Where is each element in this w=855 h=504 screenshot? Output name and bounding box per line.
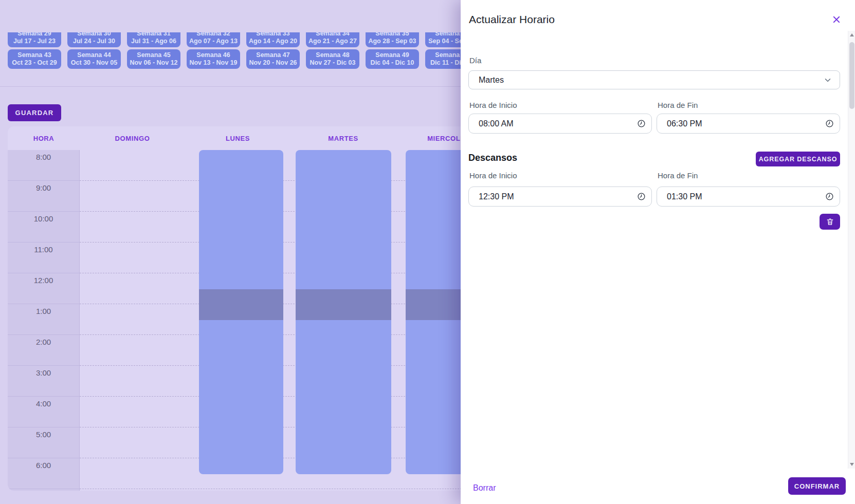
time-label: 3:00 (8, 366, 79, 397)
event-block-martes[interactable] (296, 150, 391, 474)
week-button[interactable]: Semana 32 Ago 07 - Ago 13 (187, 32, 240, 47)
clock-icon[interactable] (637, 192, 646, 201)
column-header-domingo: DOMINGO (80, 135, 185, 142)
week-button-dates: Oct 30 - Nov 05 (71, 59, 117, 67)
hora-fin-value: 06:30 PM (667, 119, 825, 128)
hora-fin-label: Hora de Fin (658, 101, 698, 109)
break-block-martes[interactable] (296, 289, 391, 320)
column-header-lunes: LUNES (185, 135, 290, 142)
week-button-dates: Ago 07 - Ago 13 (189, 38, 238, 45)
week-button-title: Semana 29 (17, 32, 51, 38)
week-button-dates: Nov 20 - Nov 26 (249, 59, 297, 67)
week-button-title: Semana 47 (256, 51, 289, 59)
week-button-title: Semana 49 (375, 51, 409, 59)
week-button-title: Semana 35 (375, 32, 409, 38)
time-label: 2:00 (8, 335, 79, 366)
week-button[interactable]: Semana 30 Jul 24 - Jul 30 (67, 32, 121, 47)
week-button-title: Semana 34 (316, 32, 349, 38)
close-icon (832, 15, 841, 24)
borrar-link[interactable]: Borrar (473, 483, 496, 493)
hora-inicio-value: 08:00 AM (479, 119, 637, 128)
week-button[interactable]: Semana 47 Nov 20 - Nov 26 (246, 49, 300, 69)
scrollbar-thumb[interactable] (849, 42, 854, 109)
time-column: 8:00 9:00 10:00 11:00 12:00 1:00 2:00 3:… (8, 150, 80, 491)
column-header-martes: MARTES (290, 135, 396, 142)
break-inicio-input[interactable]: 12:30 PM (468, 186, 652, 207)
break-inicio-value: 12:30 PM (479, 192, 637, 201)
time-label: 1:00 (8, 304, 79, 335)
week-button[interactable]: Semana 44 Oct 30 - Nov 05 (67, 49, 121, 69)
week-button[interactable]: Semana 35 Ago 28 - Sep 03 (366, 32, 419, 47)
week-button[interactable]: Semana 49 Dic 04 - Dic 10 (366, 49, 419, 69)
week-button-title: Semana 31 (137, 32, 170, 38)
clock-icon[interactable] (825, 192, 834, 201)
clock-icon[interactable] (637, 119, 646, 128)
chevron-down-icon (823, 76, 832, 85)
week-button[interactable]: Semana 48 Nov 27 - Dic 03 (306, 49, 359, 69)
week-button-dates: Oct 23 - Oct 29 (12, 59, 57, 67)
break-fin-label: Hora de Fin (658, 171, 698, 180)
week-button[interactable]: Semana 46 Nov 13 - Nov 19 (187, 49, 240, 69)
week-button-dates: Nov 13 - Nov 19 (189, 59, 237, 67)
time-label: 12:00 (8, 273, 79, 304)
break-inicio-label: Hora de Inicio (469, 171, 517, 180)
week-button[interactable]: Semana 43 Oct 23 - Oct 29 (8, 49, 61, 69)
week-button-dates: Jul 17 - Jul 23 (13, 38, 56, 45)
schedule-page: Semana 29 Jul 17 - Jul 23 Semana 30 Jul … (0, 0, 855, 504)
break-block-lunes[interactable] (199, 289, 283, 320)
hora-fin-input[interactable]: 06:30 PM (657, 114, 840, 134)
week-button-title: Semana 48 (316, 51, 349, 59)
week-button-title: Semana 33 (256, 32, 289, 38)
delete-break-button[interactable] (820, 214, 840, 230)
week-button[interactable]: Semana 29 Jul 17 - Jul 23 (8, 32, 61, 47)
week-button-dates: Ago 21 - Ago 27 (308, 38, 357, 45)
week-button[interactable]: Semana 31 Jul 31 - Ago 06 (127, 32, 180, 47)
time-label: 6:00 (8, 458, 79, 489)
week-button-dates: Jul 24 - Jul 30 (73, 38, 115, 45)
close-button[interactable] (829, 12, 844, 27)
descansos-heading: Descansos (468, 153, 517, 163)
week-button-title: Semana 45 (137, 51, 170, 59)
week-button-dates: Nov 27 - Dic 03 (310, 59, 356, 67)
clock-icon[interactable] (825, 119, 834, 128)
dia-label: Día (469, 56, 481, 65)
time-label: 9:00 (8, 181, 79, 212)
week-button-title: Semana 44 (77, 51, 111, 59)
week-button-title: Semana 32 (196, 32, 230, 38)
week-button[interactable]: Semana 34 Ago 21 - Ago 27 (306, 32, 359, 47)
week-button-title: Semana 30 (77, 32, 111, 38)
event-block-lunes[interactable] (199, 150, 283, 474)
drawer-title: Actualizar Horario (469, 13, 555, 26)
week-button-title: Semana 43 (17, 51, 51, 59)
hora-inicio-input[interactable]: 08:00 AM (468, 114, 652, 134)
drawer-scrollbar[interactable] (848, 31, 855, 469)
week-button-dates: Jul 31 - Ago 06 (131, 38, 176, 45)
scrollbar-down-arrow[interactable] (848, 460, 855, 469)
trash-icon (826, 217, 834, 226)
time-label: 5:00 (8, 427, 79, 458)
week-button-dates: Ago 28 - Sep 03 (368, 38, 416, 45)
dia-select[interactable]: Martes (468, 70, 840, 89)
time-label: 10:00 (8, 212, 79, 242)
week-button-title: Semana 46 (196, 51, 230, 59)
week-button-dates: Dic 04 - Dic 10 (371, 59, 414, 67)
hora-inicio-label: Hora de Inicio (469, 101, 517, 109)
week-button-dates: Nov 06 - Nov 12 (130, 59, 177, 67)
week-button[interactable]: Semana 45 Nov 06 - Nov 12 (127, 49, 180, 69)
week-button[interactable]: Semana 33 Ago 14 - Ago 20 (246, 32, 300, 47)
add-break-button[interactable]: AGREGAR DESCANSO (756, 152, 840, 166)
week-button-dates: Ago 14 - Ago 20 (249, 38, 297, 45)
scrollbar-up-arrow[interactable] (848, 31, 855, 39)
update-schedule-drawer: Actualizar Horario Día Martes Hora de In… (461, 0, 855, 504)
time-label: 8:00 (8, 150, 79, 181)
column-header-hora: HORA (8, 135, 80, 142)
time-label: 4:00 (8, 397, 79, 427)
break-fin-value: 01:30 PM (667, 192, 825, 201)
dia-select-value: Martes (479, 76, 823, 85)
break-fin-input[interactable]: 01:30 PM (657, 186, 840, 207)
confirm-button[interactable]: CONFIRMAR (788, 477, 846, 495)
save-button[interactable]: GUARDAR (8, 104, 61, 121)
time-label: 11:00 (8, 242, 79, 273)
